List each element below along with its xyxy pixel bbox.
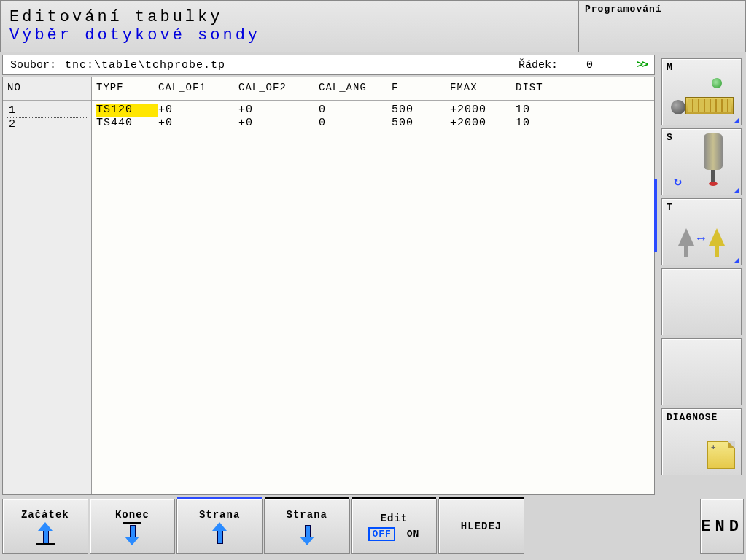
softkey-page-up[interactable]: Strana	[176, 499, 263, 554]
softkey-search[interactable]: HLEDEJ	[438, 499, 524, 554]
toggle-on[interactable]: ON	[407, 529, 420, 540]
cell-calof1[interactable]: +0	[158, 117, 238, 130]
title-line2: Výběr dotykové sondy	[9, 26, 569, 44]
tool-swap-icon: ↔	[669, 219, 734, 257]
side-m-label: M	[667, 62, 673, 73]
cell-calang[interactable]: 0	[319, 104, 392, 117]
cell-dist[interactable]: 10	[516, 104, 581, 117]
softkey-pageup-label: Strana	[199, 509, 240, 521]
softkey-end-exit[interactable]: END	[700, 499, 744, 554]
cell-calang[interactable]: 0	[319, 117, 392, 130]
row-value: 0	[564, 59, 593, 71]
arrow-down-icon	[302, 524, 312, 544]
side-s-button[interactable]: S ↻	[661, 128, 742, 195]
col-calof2: CAL_OF2	[238, 82, 319, 100]
title-area: Editování tabulky Výběr dotykové sondy	[0, 0, 578, 52]
table-row[interactable]: TS120 +0 +0 0 500 +2000 10	[96, 104, 650, 117]
cell-fmax[interactable]: +2000	[450, 117, 516, 130]
row-label: Řádek:	[518, 59, 558, 71]
cell-fmax[interactable]: +2000	[450, 104, 516, 117]
col-dist: DIST	[516, 82, 581, 100]
side-diagnose-label: DIAGNOSE	[667, 412, 718, 423]
file-bar: Soubor: tnc:\table\tchprobe.tp Řádek: 0 …	[2, 55, 655, 75]
row-no[interactable]: 2	[7, 118, 87, 131]
table-header: TYPE CAL_OF1 CAL_OF2 CAL_ANG F FMAX DIST	[92, 77, 654, 101]
scroll-right-icon[interactable]: >>	[637, 59, 647, 71]
softkey-edit-label: Edit	[381, 513, 408, 524]
arrow-up-icon	[40, 524, 50, 544]
arrow-down-icon	[127, 524, 137, 544]
arrow-up-icon	[214, 524, 225, 544]
cell-dist[interactable]: 10	[516, 117, 581, 130]
cell-calof2[interactable]: +0	[238, 104, 319, 117]
side-empty2[interactable]	[661, 338, 742, 405]
side-diagnose-button[interactable]: DIAGNOSE +	[661, 408, 742, 475]
col-type: TYPE	[96, 82, 158, 100]
softkey-end[interactable]: Konec	[90, 499, 176, 554]
row-no[interactable]: 1	[7, 104, 87, 118]
softkey-edit-toggle[interactable]: Edit OFF ON	[351, 499, 438, 554]
expand-icon	[734, 117, 739, 123]
file-label: Soubor:	[10, 59, 56, 71]
side-panel: M S ↻ T ↔ DIAGNOSE +	[657, 52, 746, 497]
side-m-button[interactable]: M	[661, 58, 742, 125]
cell-calof2[interactable]: +0	[238, 117, 319, 130]
cell-type[interactable]: TS440	[96, 117, 158, 130]
side-t-label: T	[667, 202, 673, 213]
col-calang: CAL_ANG	[319, 82, 392, 100]
rotate-arrow-icon: ↻	[674, 173, 683, 189]
main-panel: Soubor: tnc:\table\tchprobe.tp Řádek: 0 …	[0, 52, 657, 497]
cell-f[interactable]: 500	[392, 104, 450, 117]
softkey-pagedown-label: Strana	[287, 509, 327, 521]
cell-f[interactable]: 500	[392, 117, 450, 130]
side-t-button[interactable]: T ↔	[661, 198, 742, 265]
col-fmax: FMAX	[450, 82, 516, 100]
probe-icon	[704, 133, 723, 170]
table-row[interactable]: TS440 +0 +0 0 500 +2000 10	[96, 117, 650, 130]
cell-calof1[interactable]: +0	[158, 104, 238, 117]
probe-tip-icon	[711, 170, 715, 182]
col-calof1: CAL_OF1	[158, 82, 238, 100]
expand-icon	[734, 257, 739, 263]
cell-type[interactable]: TS120	[96, 104, 158, 117]
col-no: NO	[3, 77, 91, 101]
softkey-search-label: HLEDEJ	[461, 521, 502, 532]
col-f: F	[392, 82, 450, 100]
table: NO 1 2 TYPE CAL_OF1 CAL_OF2 CAL_ANG F FM…	[2, 77, 655, 495]
title-line1: Editování tabulky	[9, 8, 569, 26]
machine-icon	[668, 78, 735, 119]
mode-label: Programování	[578, 0, 746, 52]
softkey-begin[interactable]: Začátek	[2, 499, 88, 554]
softkey-begin-label: Začátek	[21, 509, 69, 521]
side-empty1[interactable]	[661, 268, 742, 335]
softkey-end-label: Konec	[115, 509, 149, 521]
file-path: tnc:\table\tchprobe.tp	[65, 59, 225, 71]
note-icon: +	[707, 441, 735, 469]
scrollbar[interactable]	[654, 179, 657, 252]
expand-icon	[734, 187, 739, 193]
softkey-bar: Začátek Konec Strana Strana Edit OFF ON …	[0, 497, 746, 556]
softkey-page-down[interactable]: Strana	[264, 499, 350, 554]
softkey-END-label: END	[701, 518, 743, 536]
toggle-off[interactable]: OFF	[368, 527, 395, 541]
side-s-label: S	[667, 132, 673, 143]
